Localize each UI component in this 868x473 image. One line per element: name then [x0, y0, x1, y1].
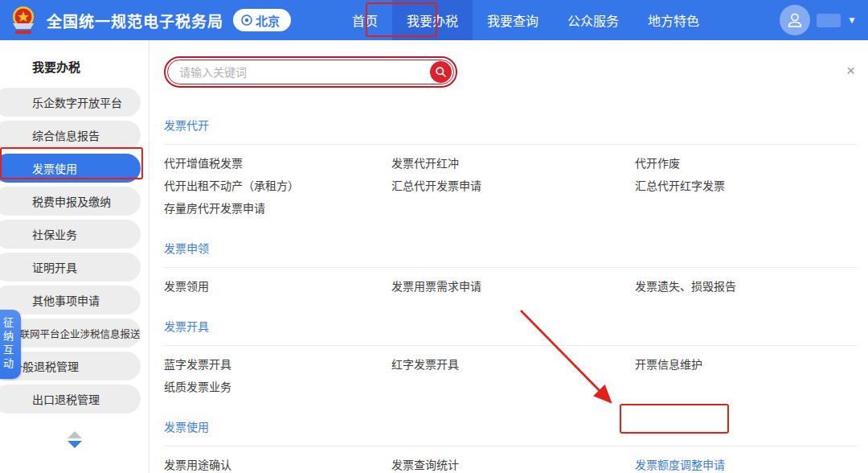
service-link[interactable]: 发票额度调整申请 [635, 456, 725, 472]
service-sections: 发票代开代开增值税发票发票代开红冲代开作废代开出租不动产（承租方）汇总代开发票申… [164, 117, 857, 473]
section-title[interactable]: 发票使用 [164, 418, 209, 434]
search-icon [435, 66, 447, 78]
sidebar-item[interactable]: 互联网平台企业涉税信息报送 [0, 319, 141, 348]
section-links: 蓝字发票开具红字发票开具开票信息维护纸质发票业务 [164, 352, 857, 397]
link-row: 纸质发票业务 [164, 375, 857, 397]
service-link[interactable]: 汇总代开红字发票 [635, 177, 725, 193]
nav-item[interactable]: 地方特色 [633, 0, 714, 40]
sidebar: 我要办税 乐企数字开放平台综合信息报告发票使用税费申报及缴纳社保业务证明开具其他… [0, 40, 149, 473]
service-link[interactable]: 代开出租不动产（承租方） [164, 177, 299, 193]
service-link[interactable]: 汇总代开发票申请 [391, 177, 481, 193]
service-section: 发票申领发票领用发票用票需求申请发票遗失、损毁报告 [164, 240, 857, 297]
search-bar [164, 56, 457, 88]
sidebar-item[interactable]: 乐企数字开放平台 [0, 88, 141, 117]
sidebar-item[interactable]: 出口退税管理 [0, 385, 141, 413]
user-avatar[interactable] [780, 5, 810, 35]
sidebar-item[interactable]: 社保业务 [0, 220, 141, 249]
service-link[interactable]: 发票代开红冲 [391, 154, 459, 171]
scroll-down-icon[interactable] [68, 441, 82, 448]
service-link[interactable]: 纸质发票业务 [164, 378, 231, 394]
service-link[interactable]: 发票领用 [164, 278, 209, 294]
tax-bureau-emblem-icon [8, 4, 39, 36]
link-row: 发票用途确认发票查询统计发票额度调整申请 [164, 453, 857, 473]
divider [164, 144, 857, 145]
service-link[interactable]: 开票信息维护 [635, 356, 702, 372]
person-icon [786, 11, 804, 29]
menu-panel: × 发票代开代开增值税发票发票代开红冲代开作废代开出租不动产（承租方）汇总代开发… [149, 40, 868, 473]
service-link[interactable]: 发票用票需求申请 [391, 278, 481, 294]
link-row: 蓝字发票开具红字发票开具开票信息维护 [164, 352, 857, 375]
section-links: 发票领用发票用票需求申请发票遗失、损毁报告 [164, 274, 857, 297]
service-link[interactable]: 蓝字发票开具 [164, 356, 231, 372]
app-title: 全国统一规范电子税务局 [47, 10, 223, 31]
section-links: 代开增值税发票发票代开红冲代开作废代开出租不动产（承租方）汇总代开发票申请汇总代… [164, 151, 857, 219]
service-link[interactable]: 存量房代开发票申请 [164, 199, 265, 216]
interaction-tab[interactable]: 征纳互动 [0, 310, 21, 379]
link-row: 存量房代开发票申请 [164, 196, 857, 219]
link-row: 代开出租不动产（承租方）汇总代开发票申请汇总代开红字发票 [164, 174, 857, 196]
service-link[interactable]: 代开增值税发票 [164, 154, 243, 171]
service-link[interactable]: 代开作废 [635, 154, 680, 171]
service-link[interactable]: 红字发票开具 [391, 356, 459, 372]
sidebar-item[interactable]: 税费申报及缴纳 [0, 187, 141, 216]
top-navigation: 首页我要办税我要查询公众服务地方特色 [338, 0, 714, 40]
username-redacted [817, 14, 841, 27]
nav-item[interactable]: 我要查询 [473, 0, 553, 40]
nav-item[interactable]: 我要办税 [392, 0, 473, 40]
service-section: 发票代开代开增值税发票发票代开红冲代开作废代开出租不动产（承租方）汇总代开发票申… [164, 117, 857, 219]
service-link[interactable]: 发票用途确认 [164, 456, 231, 472]
sidebar-item[interactable]: 综合信息报告 [0, 121, 141, 150]
sidebar-item[interactable]: 其他事项申请 [0, 286, 141, 315]
section-links: 发票用途确认发票查询统计发票额度调整申请 [164, 453, 857, 473]
service-link[interactable]: 发票遗失、损毁报告 [635, 278, 736, 294]
sidebar-item[interactable]: 证明开具 [0, 253, 141, 282]
chevron-down-icon[interactable]: ▼ [847, 14, 857, 26]
location-selector[interactable]: 北京 [233, 9, 291, 31]
app-header: 全国统一规范电子税务局 北京 首页我要办税我要查询公众服务地方特色 ▼ [0, 0, 868, 40]
scroll-up-icon[interactable] [68, 431, 82, 438]
link-row: 发票领用发票用票需求申请发票遗失、损毁报告 [164, 274, 857, 297]
divider [164, 267, 857, 268]
close-icon[interactable]: × [846, 63, 855, 78]
section-title[interactable]: 发票申领 [164, 240, 209, 256]
divider [164, 446, 857, 446]
service-link[interactable]: 发票查询统计 [391, 456, 459, 472]
sidebar-item[interactable]: 发票使用 [0, 154, 141, 183]
location-label: 北京 [256, 12, 280, 29]
divider [164, 345, 857, 346]
sidebar-section-label: 我要办税 [0, 58, 149, 75]
section-title[interactable]: 发票开具 [164, 318, 209, 334]
location-pin-icon [241, 14, 252, 26]
link-row: 代开增值税发票发票代开红冲代开作废 [164, 151, 857, 174]
service-section: 发票使用发票用途确认发票查询统计发票额度调整申请 [164, 418, 857, 473]
sidebar-menu: 乐企数字开放平台综合信息报告发票使用税费申报及缴纳社保业务证明开具其他事项申请互… [0, 88, 149, 413]
search-button[interactable] [430, 61, 452, 83]
service-section: 发票开具蓝字发票开具红字发票开具开票信息维护纸质发票业务 [164, 318, 857, 397]
nav-item[interactable]: 公众服务 [553, 0, 633, 40]
section-title[interactable]: 发票代开 [164, 117, 209, 133]
sidebar-item[interactable]: 一般退税管理 [0, 352, 141, 380]
search-input[interactable] [168, 66, 430, 79]
sidebar-pager [0, 431, 149, 448]
nav-item[interactable]: 首页 [338, 0, 392, 40]
user-zone: ▼ [780, 5, 857, 35]
